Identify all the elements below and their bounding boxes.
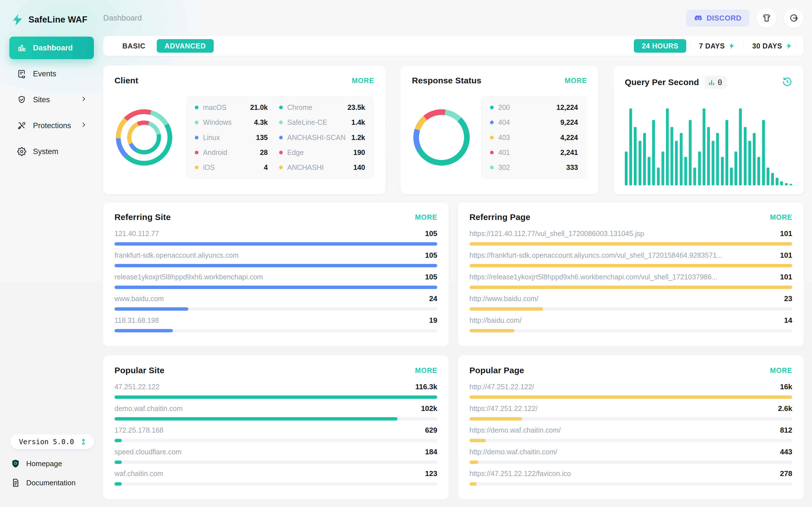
popular-page-card: Popular Page MORE http://47.251.22.122/1… bbox=[458, 355, 804, 499]
sidebar-item-dashboard[interactable]: Dashboard bbox=[9, 37, 94, 59]
rank-label: release1ykoxjrt5l8hppd9xh6.workbenchapi.… bbox=[114, 273, 263, 281]
referring-site-more-link[interactable]: MORE bbox=[415, 213, 437, 221]
card-title: Referring Site bbox=[114, 212, 171, 222]
sidebar-item-protections[interactable]: Protections bbox=[9, 114, 94, 137]
donut-hole bbox=[132, 125, 157, 150]
qps-bar bbox=[712, 141, 714, 185]
qps-bar bbox=[757, 157, 760, 185]
tab-7-days[interactable]: 7 DAYS bbox=[691, 39, 744, 53]
homepage-link[interactable]: Homepage bbox=[9, 459, 94, 468]
qps-bar bbox=[648, 157, 651, 185]
version-badge[interactable]: Version 5.0.0 bbox=[10, 434, 94, 449]
legend-item[interactable]: Chrome23.5k bbox=[279, 103, 365, 112]
legend-label: 404 bbox=[498, 118, 510, 126]
response-legend: 20012,2244049,2244034,2244012,241302333 bbox=[481, 96, 587, 179]
qps-bar bbox=[693, 168, 696, 185]
progress-fill bbox=[469, 286, 792, 289]
legend-value: 4.3k bbox=[254, 118, 268, 126]
logout-icon bbox=[789, 13, 799, 23]
tab-basic[interactable]: BASIC bbox=[114, 39, 153, 53]
tshirt-icon bbox=[762, 13, 771, 23]
sidebar-item-events[interactable]: Events bbox=[9, 62, 94, 85]
legend-item[interactable]: Android28 bbox=[195, 149, 268, 157]
documentation-link[interactable]: Documentation bbox=[9, 478, 94, 487]
legend-dot bbox=[279, 106, 283, 109]
progress-fill bbox=[114, 417, 398, 420]
progress-fill bbox=[469, 460, 478, 464]
rank-line: 47.251.22.122116.3k bbox=[114, 383, 437, 391]
legend-item[interactable]: Linux135 bbox=[195, 133, 268, 142]
popular-site-more-link[interactable]: MORE bbox=[415, 367, 437, 375]
logout-button[interactable] bbox=[784, 8, 804, 28]
progress-fill bbox=[114, 307, 188, 311]
qps-bar bbox=[675, 141, 678, 185]
rank-line: 121.40.112.77105 bbox=[114, 229, 437, 238]
legend-dot bbox=[195, 136, 199, 139]
qps-bar bbox=[730, 168, 733, 185]
qps-current-value: 0 bbox=[718, 78, 722, 87]
legend-label: macOS bbox=[203, 103, 226, 112]
legend-item[interactable]: 20012,224 bbox=[490, 103, 578, 112]
referring-page-more-link[interactable]: MORE bbox=[770, 213, 792, 221]
rank-value: 629 bbox=[425, 426, 437, 435]
client-legend: macOS21.0kWindows4.3kLinux135Android28iO… bbox=[186, 96, 374, 179]
sidebar-item-sites[interactable]: Sites bbox=[9, 89, 94, 111]
rank-value: 278 bbox=[780, 469, 792, 478]
legend-item[interactable]: iOS4 bbox=[195, 163, 268, 172]
legend-item[interactable]: 4049,224 bbox=[490, 118, 578, 126]
legend-label: Windows bbox=[203, 118, 232, 126]
rank-label: frankfurt-sdk.openaccount.aliyuncs.com bbox=[114, 251, 239, 260]
legend-item[interactable]: Windows4.3k bbox=[195, 118, 268, 126]
discord-button[interactable]: DISCORD bbox=[686, 10, 749, 26]
sidebar: SafeLine WAF Dashboard Events Sites bbox=[0, 0, 103, 507]
legend-item[interactable]: 4034,224 bbox=[490, 133, 578, 142]
progress-fill bbox=[469, 482, 477, 486]
rank-value: 101 bbox=[780, 229, 792, 238]
response-more-link[interactable]: MORE bbox=[565, 76, 587, 85]
progress-track bbox=[114, 264, 437, 267]
rank-label: www.baidu.com bbox=[114, 295, 164, 303]
qps-bar bbox=[748, 141, 751, 185]
rank-row: http://demo.waf.chaitin.com/443 bbox=[469, 448, 792, 464]
legend-item[interactable]: ANCHASHI140 bbox=[279, 163, 365, 172]
popular-page-more-link[interactable]: MORE bbox=[770, 367, 792, 375]
history-icon bbox=[782, 76, 792, 87]
refresh-history-button[interactable] bbox=[782, 76, 792, 88]
legend-item[interactable]: 4012,241 bbox=[490, 149, 578, 157]
client-more-link[interactable]: MORE bbox=[352, 76, 374, 85]
rank-value: 16k bbox=[780, 383, 792, 391]
legend-item[interactable]: macOS21.0k bbox=[195, 103, 268, 112]
version-label: Version 5.0.0 bbox=[19, 438, 74, 446]
progress-fill bbox=[469, 242, 792, 245]
legend-item[interactable]: ANCHASHI-SCAN1.2k bbox=[279, 133, 365, 142]
progress-track bbox=[469, 286, 792, 289]
tab-30-days[interactable]: 30 DAYS bbox=[744, 39, 801, 53]
legend-dot bbox=[490, 121, 494, 124]
progress-track bbox=[469, 329, 792, 332]
sidebar-item-system[interactable]: System bbox=[9, 140, 94, 163]
legend-value: 135 bbox=[256, 133, 268, 142]
tab-label: 7 DAYS bbox=[699, 42, 725, 50]
legend-item[interactable]: 302333 bbox=[490, 163, 578, 172]
theme-tshirt-button[interactable] bbox=[757, 8, 776, 28]
tab-24-hours[interactable]: 24 HOURS bbox=[634, 39, 686, 53]
legend-column-os: macOS21.0kWindows4.3kLinux135Android28iO… bbox=[195, 103, 268, 172]
tab-advanced[interactable]: ADVANCED bbox=[157, 39, 214, 53]
progress-track bbox=[114, 439, 437, 442]
legend-item[interactable]: Edge190 bbox=[279, 149, 365, 157]
qps-bar bbox=[785, 183, 788, 185]
progress-track bbox=[114, 242, 437, 245]
legend-value: 333 bbox=[566, 163, 578, 172]
legend-value: 9,224 bbox=[560, 118, 578, 126]
qps-bar bbox=[680, 133, 682, 185]
qps-bar bbox=[698, 152, 701, 185]
rank-label: 47.251.22.122 bbox=[114, 383, 160, 391]
rank-line: www.baidu.com24 bbox=[114, 294, 437, 303]
qps-bar bbox=[625, 152, 627, 185]
legend-item[interactable]: SafeLine-CE1.4k bbox=[279, 118, 365, 126]
rank-line: https://release1ykoxjrt5l8hppd9xh6.workb… bbox=[469, 273, 792, 281]
legend-label: Android bbox=[203, 149, 227, 157]
progress-fill bbox=[469, 395, 792, 399]
rank-list: https://121.40.112.77/vul_shell_17200860… bbox=[469, 229, 792, 332]
rank-value: 101 bbox=[780, 251, 792, 260]
